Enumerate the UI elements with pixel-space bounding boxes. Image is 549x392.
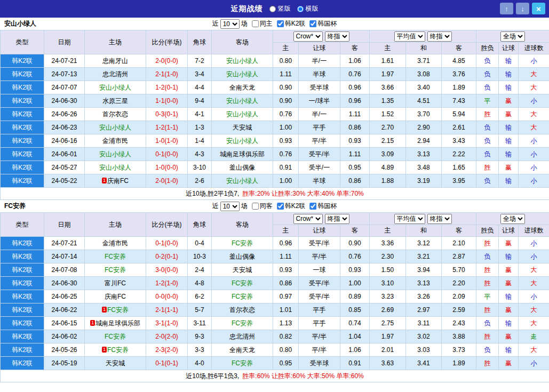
close-button[interactable]: × [532,3,545,14]
same-side-label: 同客 [260,202,273,211]
date-cell: 24-06-26 [44,108,85,121]
odds-cell: 1.97 [370,68,406,81]
subcol-header-away-odds: 客 [340,225,370,237]
odds-source-select[interactable]: Crow* [293,214,323,224]
home-team-cell: 1FC安养 [85,343,146,357]
subcol-header-result: 胜负 [476,225,499,237]
corner-cell: 2-4 [188,263,212,277]
handicap-result-cell: 赢 [499,357,519,370]
recent-count-select[interactable]: 10 [220,202,240,211]
odds-cell: 0.86 [340,174,370,188]
score-cell: 1-1(0-0) [146,94,188,108]
date-cell: 24-07-13 [44,68,85,81]
score-cell: 0-1(0-0) [146,237,188,250]
scope-select[interactable]: 全场 [500,214,525,224]
score-cell: 2-0(0-0) [146,54,188,68]
match-row: 韩K2联24-06-23安山小绿人1-2(1-1)1-3天安城1.00平手0.8… [1,121,549,134]
same-side-filter[interactable]: 同客 [252,202,273,211]
handicap-result-cell: 输 [499,121,519,134]
team-name-text: FC安养 [232,319,253,327]
odds-cell: 0.91 [340,357,370,370]
league-cell: 韩K2联 [1,357,44,370]
odds-cell: 0.96 [340,94,370,108]
handicap-result-cell: 输 [499,81,519,94]
average-select[interactable]: 平均值 [394,31,425,42]
subcol-header-avg-home: 主 [370,43,406,54]
odds-kind-select[interactable]: 终指 [325,214,349,224]
team-name-text: 忠南牙山 [102,57,128,65]
col-header-corner: 角球 [188,30,212,54]
odds-cell: 平手 [299,121,340,134]
team-name-text: 忠北清州 [229,333,255,340]
korean-cup-filter[interactable]: 韩国杯 [309,19,337,28]
date-cell: 24-06-23 [44,121,85,134]
horizontal-layout-radio[interactable] [297,6,304,12]
odds-cell: 3.13 [406,148,442,161]
odds-cell: 3.26 [406,290,442,303]
date-cell: 24-07-08 [44,263,85,277]
layout-option-vertical[interactable]: 竖版 [269,4,291,13]
league-k2-filter[interactable]: 韩K2联 [277,202,306,211]
team-name-text: 安山小绿人 [226,57,258,65]
away-team-cell: 安山小绿人 [212,134,273,148]
team-section: 安山小绿人近10场同主韩K2联韩国杯类型日期主场比分(半场)角球客场Crow*终… [0,18,549,200]
team-name-text: 水原三星 [102,97,128,105]
odds-cell: 0.95 [340,161,370,174]
match-row: 韩K2联24-06-26首尔衣恋0-3(0-1)4-1安山小绿人0.76半/一1… [1,108,549,121]
odds-cell: 0.91 [273,161,299,174]
odds-cell: 一球 [299,263,340,277]
odds-cell: 0.90 [340,237,370,250]
odds-cell: 3.13 [406,277,442,290]
league-k2-label: 韩K2联 [285,202,306,211]
league-k2-checkbox[interactable] [277,203,284,210]
korean-cup-checkbox[interactable] [309,20,316,27]
score-cell: 0-0(0-0) [146,290,188,303]
home-team-cell: 忠南牙山 [85,54,146,68]
subcol-header-handicap-result: 让球 [499,225,519,237]
average-select[interactable]: 平均值 [394,214,425,224]
home-team-cell: FC安养 [85,330,146,343]
result-cell: 胜 [476,277,499,290]
league-k2-checkbox[interactable] [277,20,284,27]
same-side-checkbox[interactable] [252,20,259,27]
result-cell: 负 [476,54,499,68]
league-k2-filter[interactable]: 韩K2联 [277,19,306,28]
subcol-header-avg-draw: 和 [406,43,442,54]
layout-option-horizontal[interactable]: 横版 [297,4,319,13]
filter-controls: 近10场同客韩K2联韩国杯 [212,202,337,211]
scope-select[interactable]: 全场 [500,31,525,42]
home-team-cell: FC安养 [85,263,146,277]
odds-source-select[interactable]: Crow* [293,31,323,42]
corner-cell: 4-4 [188,81,212,94]
vertical-layout-radio[interactable] [269,6,276,12]
move-down-button[interactable]: ↓ [516,3,529,14]
average-header-cell: 平均值终指 [370,30,476,43]
subcol-header-away-odds: 客 [340,43,370,54]
date-cell: 24-06-22 [44,303,85,317]
match-row: 韩K2联24-07-14FC安养0-2(0-1)10-3釜山偶像1.11平/半0… [1,250,549,263]
near-label: 近 [212,19,219,28]
odds-cell: 1.00 [273,121,299,134]
match-row: 韩K2联24-07-21忠南牙山2-0(0-0)7-2安山小绿人0.80半/一1… [1,54,549,68]
away-team-cell: 全南天龙 [212,81,273,94]
move-up-button[interactable]: ↑ [500,3,513,14]
same-side-filter[interactable]: 同主 [252,19,273,28]
vertical-layout-label: 竖版 [278,4,291,13]
avg-kind-select[interactable]: 终指 [427,214,452,224]
date-cell: 24-07-07 [44,81,85,94]
handicap-result-cell: 赢 [499,263,519,277]
score-cell: 1-0(0-0) [146,161,188,174]
odds-cell: 2.43 [442,317,476,330]
team-name-text: 城南足球俱乐部 [220,150,265,158]
date-cell: 24-06-15 [44,317,85,330]
korean-cup-checkbox[interactable] [309,203,316,210]
korean-cup-filter[interactable]: 韩国杯 [309,202,337,211]
odds-kind-select[interactable]: 终指 [325,31,349,42]
avg-kind-select[interactable]: 终指 [427,31,452,42]
same-side-checkbox[interactable] [252,203,259,210]
match-row: 韩K2联24-06-30水原三星1-1(0-0)9-4安山小绿人0.90一/球半… [1,94,549,108]
recent-count-select[interactable]: 10 [220,19,240,29]
team-name-text: 安山小绿人 [226,110,258,118]
odds-cell: 1.97 [370,330,406,343]
home-team-cell: 金浦市民 [85,134,146,148]
